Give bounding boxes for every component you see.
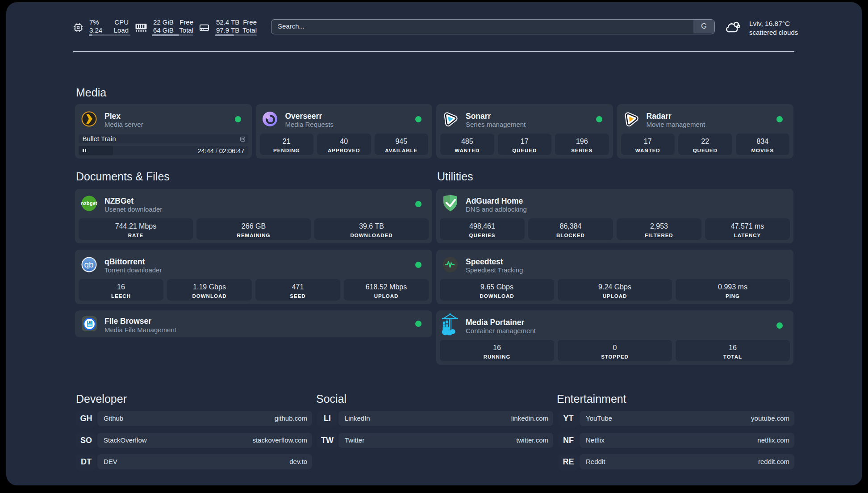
svg-text:qb: qb — [84, 260, 93, 269]
svg-text:nzbget: nzbget — [81, 201, 97, 206]
